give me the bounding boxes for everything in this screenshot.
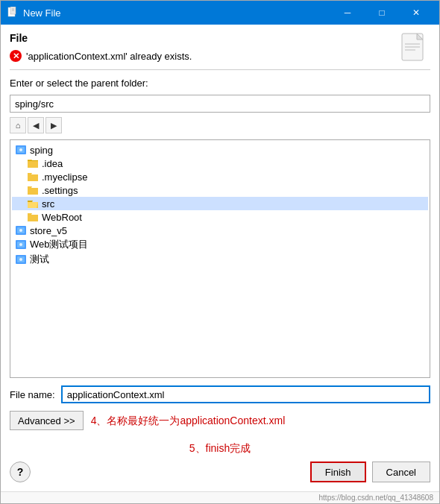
nav-back-button[interactable]: ◀ xyxy=(28,117,44,133)
minimize-button[interactable]: ─ xyxy=(330,1,365,25)
bottom-section: 5、finish完成 ? Finish Cancel xyxy=(1,438,439,491)
nav-forward-button[interactable]: ▶ xyxy=(45,117,62,133)
tree-label: 测试 xyxy=(30,253,49,266)
filename-section: File name: xyxy=(10,385,430,403)
tree-label: .settings xyxy=(42,185,78,196)
folder-icon xyxy=(27,171,39,183)
folder-icon xyxy=(27,184,39,196)
folder-input[interactable] xyxy=(10,95,430,113)
project-icon xyxy=(15,253,27,265)
annotation-1: 4、名称最好统一为applicationContext.xml xyxy=(91,411,286,430)
finish-button[interactable]: Finish xyxy=(310,462,366,482)
tree-label: WebRoot xyxy=(42,212,82,223)
annotation-2: 5、finish完成 xyxy=(10,442,430,456)
error-text: 'applicationContext.xml' already exists. xyxy=(26,51,192,62)
new-file-dialog: New File ─ □ ✕ File ✕ 'applicationContex… xyxy=(0,0,440,504)
folder-open-icon xyxy=(27,198,39,210)
folder-label: Enter or select the parent folder: xyxy=(10,78,430,89)
project-icon xyxy=(15,239,27,251)
nav-toolbar: ⌂ ◀ ▶ xyxy=(10,117,430,133)
tree-item-settings[interactable]: .settings xyxy=(12,183,428,197)
folder-icon xyxy=(27,211,39,223)
svg-point-17 xyxy=(19,243,22,246)
close-button[interactable]: ✕ xyxy=(399,1,433,25)
advanced-row: Advanced >> 4、名称最好统一为applicationContext.… xyxy=(10,411,430,430)
title-bar-icon xyxy=(7,7,19,19)
nav-home-button[interactable]: ⌂ xyxy=(10,117,26,133)
button-row: ? Finish Cancel xyxy=(10,462,430,487)
tree-label: .myeclipse xyxy=(42,171,87,183)
error-message: ✕ 'applicationContext.xml' already exist… xyxy=(10,50,430,62)
separator-1 xyxy=(10,69,430,70)
title-bar-controls: ─ □ ✕ xyxy=(330,1,433,25)
cancel-button[interactable]: Cancel xyxy=(372,462,430,482)
svg-point-11 xyxy=(19,148,22,151)
tree-label: Web测试项目 xyxy=(30,238,89,251)
file-icon xyxy=(400,32,430,69)
filename-input[interactable] xyxy=(61,385,430,403)
tree-label: .idea xyxy=(42,158,63,169)
advanced-button[interactable]: Advanced >> xyxy=(10,411,84,430)
help-button[interactable]: ? xyxy=(10,462,31,482)
title-bar-title: New File xyxy=(23,7,330,19)
tree-item-web-test[interactable]: Web测试项目 xyxy=(12,237,428,252)
error-icon: ✕ xyxy=(10,50,22,62)
tree-label: store_v5 xyxy=(30,225,67,236)
tree-item-test[interactable]: 测试 xyxy=(12,252,428,267)
svg-point-20 xyxy=(19,258,22,261)
tree-label: src xyxy=(42,198,54,210)
tree-item-store[interactable]: store_v5 xyxy=(12,224,428,237)
maximize-button[interactable]: □ xyxy=(365,1,399,25)
folder-tree[interactable]: sping .idea xyxy=(10,139,430,378)
folder-icon xyxy=(27,157,39,169)
filename-label: File name: xyxy=(10,389,55,400)
tree-label: sping xyxy=(30,145,53,156)
dialog-content: File ✕ 'applicationContext.xml' already … xyxy=(1,25,439,438)
project-icon xyxy=(15,224,27,236)
tree-item-webroot[interactable]: WebRoot xyxy=(12,210,428,224)
svg-point-14 xyxy=(19,229,22,232)
tree-item-sping[interactable]: sping xyxy=(12,143,428,157)
tree-item-src[interactable]: src xyxy=(12,197,428,210)
section-header: File xyxy=(10,32,430,44)
title-bar: New File ─ □ ✕ xyxy=(1,1,439,25)
watermark: https://blog.csdn.net/qq_41348608 xyxy=(1,491,439,503)
tree-item-idea[interactable]: .idea xyxy=(12,157,428,170)
tree-item-myeclipse[interactable]: .myeclipse xyxy=(12,170,428,183)
project-icon xyxy=(15,144,27,156)
